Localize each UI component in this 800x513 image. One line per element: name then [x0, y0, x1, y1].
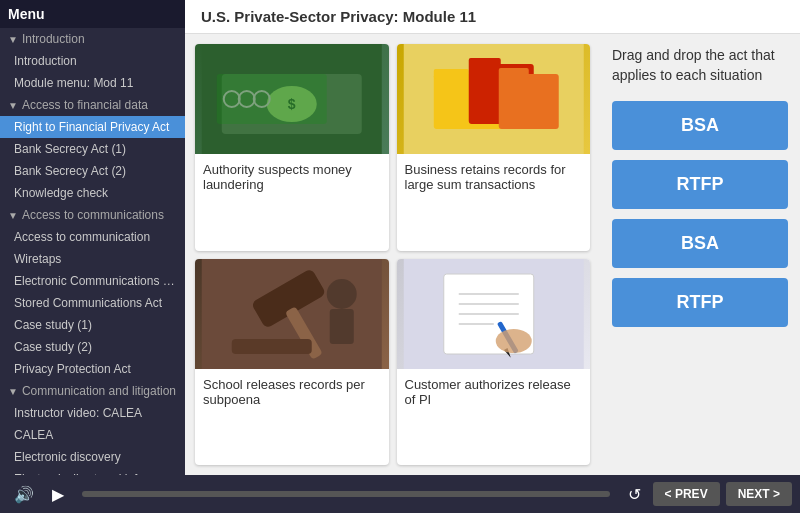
- sidebar-item-calea-video[interactable]: Instructor video: CALEA: [0, 402, 185, 424]
- prev-button[interactable]: < PREV: [653, 482, 720, 506]
- drop-button-rtfp-1[interactable]: RTFP: [612, 160, 788, 209]
- scenario-image-2: [397, 44, 591, 154]
- sidebar-item-ediscovery[interactable]: Electronic discovery: [0, 446, 185, 468]
- sidebar-section-communications[interactable]: ▼ Access to communications: [0, 204, 185, 226]
- scenario-card-2[interactable]: Business retains records for large sum t…: [397, 44, 591, 251]
- chevron-down-icon: ▼: [8, 34, 18, 45]
- chevron-down-icon: ▼: [8, 210, 18, 221]
- sidebar-item-esi[interactable]: Electronically stored informati...: [0, 468, 185, 475]
- svg-rect-14: [498, 68, 528, 78]
- volume-button[interactable]: 🔊: [8, 481, 40, 508]
- svg-rect-18: [232, 339, 312, 354]
- sidebar-item-access-comm[interactable]: Access to communication: [0, 226, 185, 248]
- svg-point-19: [327, 279, 357, 309]
- scenario-label-4: Customer authorizes release of PI: [397, 369, 591, 466]
- sidebar-section-introduction[interactable]: ▼ Introduction: [0, 28, 185, 50]
- sidebar-item-knowledge-check[interactable]: Knowledge check: [0, 182, 185, 204]
- instruction-text: Drag and drop the act that applies to ea…: [612, 46, 788, 85]
- sidebar-item-bsa1[interactable]: Bank Secrecy Act (1): [0, 138, 185, 160]
- right-panel: Drag and drop the act that applies to ea…: [600, 34, 800, 475]
- bottom-bar: 🔊 ▶ ↺ < PREV NEXT >: [0, 475, 800, 513]
- drag-area: $ Authority suspects money laundering: [185, 34, 600, 475]
- scenario-image-4: [397, 259, 591, 369]
- svg-point-29: [495, 329, 531, 353]
- svg-rect-13: [498, 74, 558, 129]
- sidebar-item-case1[interactable]: Case study (1): [0, 314, 185, 336]
- next-button[interactable]: NEXT >: [726, 482, 792, 506]
- progress-bar[interactable]: [82, 491, 610, 497]
- chevron-down-icon: ▼: [8, 386, 18, 397]
- sidebar-section-financial[interactable]: ▼ Access to financial data: [0, 94, 185, 116]
- sidebar-item-case2[interactable]: Case study (2): [0, 336, 185, 358]
- scenario-card-4[interactable]: Customer authorizes release of PI: [397, 259, 591, 466]
- play-button[interactable]: ▶: [46, 481, 70, 508]
- scenario-image-1: $: [195, 44, 389, 154]
- drop-button-bsa-2[interactable]: BSA: [612, 219, 788, 268]
- sidebar-item-bsa2[interactable]: Bank Secrecy Act (2): [0, 160, 185, 182]
- reload-button[interactable]: ↺: [622, 481, 647, 508]
- sidebar-item-introduction[interactable]: Introduction: [0, 50, 185, 72]
- drop-button-bsa-1[interactable]: BSA: [612, 101, 788, 150]
- sidebar-item-ecp[interactable]: Electronic Communications Pri...: [0, 270, 185, 292]
- sidebar-section-litigation[interactable]: ▼ Communication and litigation: [0, 380, 185, 402]
- sidebar: Menu ▼ Introduction Introduction Module …: [0, 0, 185, 475]
- chevron-down-icon: ▼: [8, 100, 18, 111]
- scenario-label-1: Authority suspects money laundering: [195, 154, 389, 251]
- scenario-image-3: [195, 259, 389, 369]
- sidebar-item-sca[interactable]: Stored Communications Act: [0, 292, 185, 314]
- scenario-label-2: Business retains records for large sum t…: [397, 154, 591, 251]
- sidebar-item-wiretaps[interactable]: Wiretaps: [0, 248, 185, 270]
- scenario-card-1[interactable]: $ Authority suspects money laundering: [195, 44, 389, 251]
- page-title: U.S. Private-Sector Privacy: Module 11: [185, 0, 800, 34]
- sidebar-item-calea[interactable]: CALEA: [0, 424, 185, 446]
- sidebar-item-rtfpa[interactable]: Right to Financial Privacy Act: [0, 116, 185, 138]
- content-area: U.S. Private-Sector Privacy: Module 11 $: [185, 0, 800, 475]
- scenario-label-3: School releases records per subpoena: [195, 369, 389, 466]
- svg-rect-10: [433, 69, 468, 79]
- drop-button-rtfp-2[interactable]: RTFP: [612, 278, 788, 327]
- svg-rect-20: [330, 309, 354, 344]
- sidebar-title: Menu: [0, 0, 185, 28]
- svg-rect-12: [468, 58, 500, 68]
- content-body: $ Authority suspects money laundering: [185, 34, 800, 475]
- sidebar-item-privacy-protection[interactable]: Privacy Protection Act: [0, 358, 185, 380]
- svg-rect-7: [217, 74, 327, 124]
- scenario-card-3[interactable]: School releases records per subpoena: [195, 259, 389, 466]
- sidebar-item-module-menu[interactable]: Module menu: Mod 11: [0, 72, 185, 94]
